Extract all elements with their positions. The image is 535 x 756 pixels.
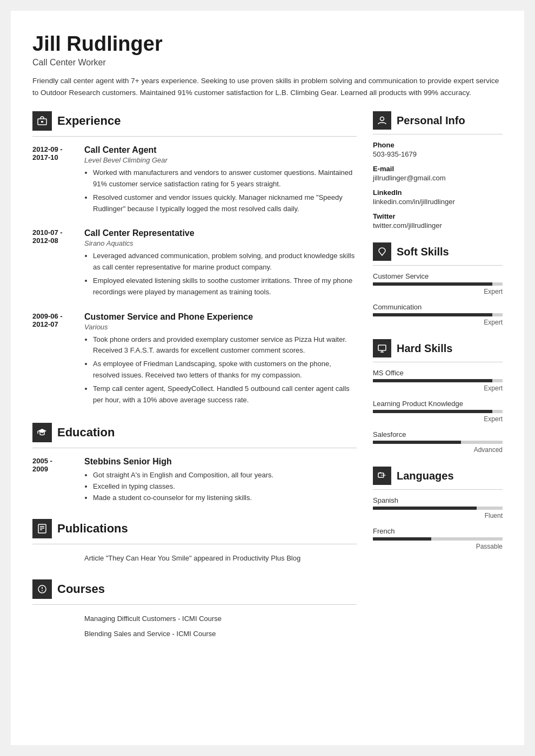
publications-divider <box>32 544 357 544</box>
email-value: jillrudlinger@gmail.com <box>373 174 503 182</box>
twitter-item: Twitter twitter.com/jillrudlinger <box>373 212 503 230</box>
hard-skills-header: Hard Skills <box>373 339 503 357</box>
soft-skill-level-1: Expert <box>373 319 503 326</box>
hard-skill-name-0: MS Office <box>373 369 503 377</box>
exp-company-1: Level Bevel Climbing Gear <box>84 156 357 164</box>
edu-bullet: Got straight A's in English and Composit… <box>93 470 357 481</box>
education-icon <box>32 423 52 442</box>
hard-skill-item-1: Learning Product Knowledge Expert <box>373 400 503 423</box>
courses-header: Courses <box>32 579 357 599</box>
exp-company-3: Various <box>84 323 357 331</box>
lang-name-1: French <box>373 527 503 535</box>
experience-entries: 2012-09 -2017-10 Call Center Agent Level… <box>32 145 357 408</box>
course-spacer-2 <box>32 629 76 640</box>
hard-skill-name-1: Learning Product Knowledge <box>373 400 503 408</box>
publications-icon <box>32 519 52 538</box>
email-label: E-mail <box>373 165 503 173</box>
resume-document: Jill Rudlinger Call Center Worker Friend… <box>11 11 524 745</box>
edu-bullet: Excelled in typing classes. <box>93 481 357 492</box>
edu-bullet: Made a student co-counselor for my liste… <box>93 492 357 504</box>
pub-entry-1: Article "They Can Hear You Smile" appear… <box>32 553 357 564</box>
svg-point-9 <box>380 117 384 121</box>
languages-icon <box>373 467 391 485</box>
hard-skill-name-2: Salesforce <box>373 430 503 438</box>
experience-title: Experience <box>57 114 121 128</box>
phone-value: 503-935-1679 <box>373 150 503 158</box>
svg-rect-10 <box>378 345 386 350</box>
hard-skill-bar-2 <box>373 441 503 444</box>
languages-section: Languages Spanish Fluent French Passable <box>373 467 503 550</box>
hard-skill-level-0: Expert <box>373 384 503 392</box>
publications-header: Publications <box>32 519 357 538</box>
course-entry-1: Managing Difficult Customers - ICMI Cour… <box>32 613 357 625</box>
personal-info-title: Personal Info <box>397 114 465 127</box>
lang-fill-1 <box>373 537 431 541</box>
soft-skill-item-1: Communication Expert <box>373 303 503 326</box>
pub-spacer <box>32 553 76 564</box>
pub-text-1: Article "They Can Hear You Smile" appear… <box>84 553 300 564</box>
exp-date-2: 2010-07 -2012-08 <box>32 228 76 300</box>
exp-content-1: Call Center Agent Level Bevel Climbing G… <box>84 145 357 217</box>
soft-skills-icon <box>373 242 391 261</box>
hard-skills-divider <box>373 362 503 362</box>
soft-skill-name-0: Customer Service <box>373 272 503 280</box>
exp-entry-2: 2010-07 -2012-08 Call Center Representat… <box>32 228 357 300</box>
courses-divider <box>32 604 357 605</box>
exp-bullets-3: Took phone orders and provided exemplary… <box>84 334 357 406</box>
education-header: Education <box>32 423 357 442</box>
lang-level-1: Passable <box>373 543 503 550</box>
personal-info-header: Personal Info <box>373 111 503 130</box>
main-layout: Experience 2012-09 -2017-10 Call Center … <box>32 111 503 655</box>
exp-bullet: Leveraged advanced communication, proble… <box>93 251 357 273</box>
hard-skill-fill-1 <box>373 410 492 413</box>
lang-name-0: Spanish <box>373 496 503 504</box>
lang-item-0: Spanish Fluent <box>373 496 503 519</box>
experience-divider <box>32 136 357 137</box>
exp-job-title-3: Customer Service and Phone Experience <box>84 312 357 322</box>
edu-date-1: 2005 -2009 <box>32 457 76 503</box>
hard-skill-fill-2 <box>373 441 461 444</box>
linkedin-label: LinkedIn <box>373 188 503 197</box>
exp-job-title-2: Call Center Representative <box>84 228 357 238</box>
edu-school-1: Stebbins Senior High <box>84 457 357 467</box>
education-title: Education <box>57 426 115 440</box>
soft-skill-bar-1 <box>373 313 503 316</box>
email-item: E-mail jillrudlinger@gmail.com <box>373 165 503 182</box>
exp-bullet: Employed elevated listening skills to so… <box>93 275 357 298</box>
exp-bullet: Worked with manufacturers and vendors to… <box>93 167 357 190</box>
course-entry-2: Blending Sales and Service - ICMI Course <box>32 629 357 640</box>
languages-title: Languages <box>397 470 454 482</box>
exp-bullets-2: Leveraged advanced communication, proble… <box>84 251 357 298</box>
twitter-label: Twitter <box>373 212 503 220</box>
soft-skill-bar-0 <box>373 282 503 286</box>
courses-title: Courses <box>57 582 105 596</box>
course-text-1: Managing Difficult Customers - ICMI Cour… <box>84 613 222 625</box>
experience-section: Experience 2012-09 -2017-10 Call Center … <box>32 111 357 408</box>
hard-skills-icon <box>373 339 391 357</box>
svg-rect-1 <box>41 121 43 123</box>
exp-content-3: Customer Service and Phone Experience Va… <box>84 312 357 408</box>
hard-skill-fill-0 <box>373 379 492 382</box>
exp-bullet: Resolved customer and vendor issues quic… <box>93 192 357 215</box>
exp-bullet: Took phone orders and provided exemplary… <box>93 334 357 357</box>
languages-header: Languages <box>373 467 503 485</box>
lang-bar-1 <box>373 537 503 541</box>
courses-icon <box>32 579 52 599</box>
edu-content-1: Stebbins Senior High Got straight A's in… <box>84 457 357 503</box>
lang-fill-0 <box>373 507 477 510</box>
svg-marker-14 <box>378 472 381 473</box>
soft-skill-fill-0 <box>373 282 492 286</box>
hard-skill-bar-0 <box>373 379 503 382</box>
svg-rect-2 <box>38 524 46 533</box>
course-spacer-1 <box>32 613 76 625</box>
hard-skill-item-0: MS Office Expert <box>373 369 503 392</box>
candidate-summary: Friendly call center agent with 7+ years… <box>32 75 503 98</box>
education-divider <box>32 448 357 448</box>
soft-skill-fill-1 <box>373 313 492 316</box>
soft-skill-name-1: Communication <box>373 303 503 311</box>
exp-bullet: Temp call center agent, SpeedyCollect. H… <box>93 383 357 406</box>
linkedin-value: linkedin.com/in/jillrudlinger <box>373 198 503 206</box>
soft-skills-header: Soft Skills <box>373 242 503 261</box>
soft-skills-divider <box>373 265 503 266</box>
exp-job-title-1: Call Center Agent <box>84 145 357 155</box>
